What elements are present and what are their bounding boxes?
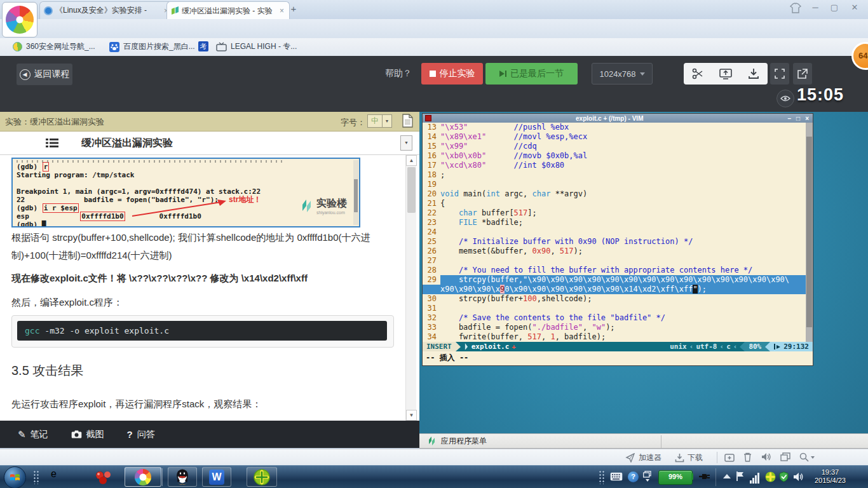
vim-code-line[interactable]: 23 FILE *badfile; bbox=[423, 218, 806, 227]
vim-code-line[interactable]: 17"\xcd\x80" //int $0x80 bbox=[423, 161, 806, 170]
panel-scrollbar-thumb[interactable] bbox=[407, 167, 416, 213]
tray-handle[interactable] bbox=[599, 470, 605, 484]
downloads-button[interactable]: 下载 bbox=[675, 452, 703, 463]
quick-launch-handle[interactable] bbox=[33, 470, 39, 484]
vim-code-line[interactable]: 33 badfile = fopen("./badfile", "w"); bbox=[423, 323, 806, 332]
tab2-close-icon[interactable]: × bbox=[278, 6, 285, 15]
last-section-button[interactable]: 已是最后一节 bbox=[485, 63, 578, 85]
power-plug-icon[interactable] bbox=[698, 471, 710, 482]
stop-experiment-button[interactable]: 停止实验 bbox=[421, 63, 483, 85]
vim-code-line[interactable]: 18; bbox=[423, 170, 806, 180]
taskbar-red-molecule-icon[interactable] bbox=[94, 471, 113, 485]
vim-code-line[interactable]: 26 memset(&buffer, 0x90, 517); bbox=[423, 247, 806, 256]
accelerator-button[interactable]: 加速器 bbox=[625, 452, 661, 463]
vim-code-line[interactable]: 30 strcpy(buffer+100,shellcode); bbox=[423, 294, 806, 304]
vim-code-line[interactable]: 28 /* You need to fill the buffer with a… bbox=[423, 266, 806, 275]
vim-code-line[interactable]: 16"\xb0\x0b" //movb $0x0b,%al bbox=[423, 151, 806, 161]
skin-icon[interactable] bbox=[789, 3, 802, 14]
vim-code-line[interactable]: 15"\x99" //cdq bbox=[423, 142, 806, 151]
hidden-icons-arrow[interactable] bbox=[723, 474, 731, 478]
vim-code-line[interactable]: 31 bbox=[423, 304, 806, 313]
doc-dropdown-button[interactable]: ▼ bbox=[400, 135, 412, 151]
window-close-button[interactable]: ✕ bbox=[846, 1, 863, 14]
help-link[interactable]: 帮助？ bbox=[385, 68, 412, 79]
start-button[interactable] bbox=[4, 466, 26, 488]
scroll-up-button[interactable]: ▲ bbox=[406, 155, 417, 166]
zoom-tool-icon[interactable] bbox=[799, 452, 815, 462]
vim-scrollbar-thumb[interactable] bbox=[806, 137, 812, 327]
open-external-button[interactable] bbox=[793, 63, 812, 85]
watch-count-button[interactable] bbox=[776, 90, 794, 107]
vim-code-line[interactable]: 29 strcpy(buffer,"\x90\x90\x90\x90\x90\x… bbox=[423, 275, 806, 285]
font-size-value[interactable]: 中 bbox=[367, 114, 383, 128]
taskbar-ie-icon[interactable]: e bbox=[51, 468, 57, 480]
window-switch-tray-icon[interactable] bbox=[643, 471, 651, 482]
terminal-scrollbar-thumb[interactable] bbox=[354, 179, 358, 212]
input-method-keyboard-icon[interactable] bbox=[610, 472, 623, 481]
vim-minimize-button[interactable]: – bbox=[785, 115, 794, 122]
windows-stack-icon[interactable] bbox=[780, 452, 790, 461]
window-minimize-button[interactable]: ─ bbox=[807, 1, 824, 14]
browser-logo[interactable] bbox=[2, 2, 37, 37]
tab1-title: 《Linux及安全》实验安排 - bbox=[55, 5, 160, 16]
vim-code-line[interactable]: 34 fwrite(buffer, 517, 1, badfile); bbox=[423, 332, 806, 342]
360-tray-icon[interactable] bbox=[765, 471, 776, 482]
vim-code-area[interactable]: 13"\x53" //pushl %ebx14"\x89\xe1" //movl… bbox=[423, 123, 806, 342]
tab-buffer-overflow[interactable]: 缓冲区溢出漏洞实验 - 实验 × bbox=[166, 1, 290, 20]
action-center-flag-icon[interactable] bbox=[736, 471, 744, 482]
vim-code-line[interactable]: 19 bbox=[423, 180, 806, 189]
resolution-select[interactable]: 1024x768 bbox=[592, 63, 653, 85]
document-icon[interactable] bbox=[402, 114, 413, 128]
qa-button[interactable]: ? 问答 bbox=[127, 429, 155, 440]
help-tray-icon[interactable]: ? bbox=[628, 471, 639, 482]
fullscreen-button[interactable] bbox=[770, 63, 789, 85]
new-tab-button[interactable]: + bbox=[286, 3, 301, 16]
notes-button[interactable]: ✎ 笔记 bbox=[18, 429, 48, 440]
vim-code-line[interactable]: 25 /* Initialize buffer with 0x90 (NOP i… bbox=[423, 237, 806, 247]
terminal-scrollbar[interactable] bbox=[353, 160, 358, 225]
battery-indicator[interactable]: 99% bbox=[658, 470, 693, 485]
sound-icon[interactable] bbox=[761, 452, 771, 461]
toc-menu-icon[interactable] bbox=[46, 138, 58, 148]
back-to-course-button[interactable]: ◀ 返回课程 bbox=[17, 64, 72, 85]
vim-scrollbar[interactable] bbox=[806, 123, 813, 351]
medkit-icon[interactable] bbox=[724, 452, 735, 462]
shield-tray-icon[interactable] bbox=[779, 471, 789, 482]
vim-maximize-button[interactable]: □ bbox=[794, 115, 803, 122]
vim-window[interactable]: exploit.c + (/tmp) - VIM – □ × 13"\x53" … bbox=[422, 113, 813, 366]
tray-clock[interactable]: 19:37 2015/4/23 bbox=[815, 468, 846, 485]
network-signal-icon[interactable] bbox=[750, 472, 760, 484]
tab-linux-security[interactable]: 《Linux及安全》实验安排 - × bbox=[39, 1, 174, 19]
vim-code-line[interactable]: 21{ bbox=[423, 199, 806, 208]
bookmark-kao[interactable]: 考 bbox=[198, 41, 208, 51]
vim-code-line[interactable]: 32 /* Save the contents to the file "bad… bbox=[423, 313, 806, 323]
taskbar-qq[interactable] bbox=[168, 467, 197, 487]
vim-code-line[interactable]: 13"\x53" //pushl %ebx bbox=[423, 123, 806, 132]
font-size-dropdown[interactable]: ▼ bbox=[382, 114, 392, 128]
taskbar-360-safety[interactable] bbox=[247, 467, 277, 487]
bookmark-baidu-images[interactable]: 百度图片搜索_黑白... bbox=[109, 41, 195, 52]
vim-close-button[interactable]: × bbox=[803, 115, 813, 122]
taskbar-360-browser-active[interactable] bbox=[125, 467, 161, 487]
vim-title-bar[interactable]: exploit.c + (/tmp) - VIM – □ × bbox=[423, 114, 813, 123]
scroll-down-button[interactable]: ▼ bbox=[406, 410, 417, 421]
scissors-icon[interactable] bbox=[692, 68, 703, 79]
vim-code-line[interactable]: 14"\x89\xe1" //movl %esp,%ecx bbox=[423, 132, 806, 142]
screen-share-icon[interactable] bbox=[719, 69, 732, 79]
download-icon[interactable] bbox=[748, 68, 759, 79]
bookmark-legal-high[interactable]: LEGAL HIGH - 专... bbox=[216, 41, 297, 52]
vm-desktop[interactable]: exploit.c + (/tmp) - VIM – □ × 13"\x53" … bbox=[419, 112, 868, 449]
window-maximize-button[interactable]: ▢ bbox=[826, 1, 843, 14]
taskbar-wps[interactable]: W bbox=[202, 467, 231, 487]
vim-code-line[interactable]: 24 bbox=[423, 227, 806, 237]
trash-icon[interactable] bbox=[743, 452, 752, 462]
vm-app-menu-bar[interactable]: 应用程序菜单 bbox=[419, 433, 868, 449]
vim-code-line[interactable]: 20void main(int argc, char **argv) bbox=[423, 189, 806, 199]
vim-code-line[interactable]: 22 char buffer[517]; bbox=[423, 208, 806, 218]
volume-tray-icon[interactable] bbox=[793, 472, 804, 482]
panel-scrollbar[interactable]: ▲ ▼ bbox=[405, 155, 416, 421]
bookmark-360-nav[interactable]: 360安全网址导航_... bbox=[13, 41, 95, 52]
vim-code-line[interactable]: 27 bbox=[423, 256, 806, 266]
vim-code-line[interactable]: x90\x90\x90\x90\x90\x90\x90\x90\x90\x90\… bbox=[423, 285, 806, 294]
screenshot-button[interactable]: 截图 bbox=[71, 429, 104, 440]
